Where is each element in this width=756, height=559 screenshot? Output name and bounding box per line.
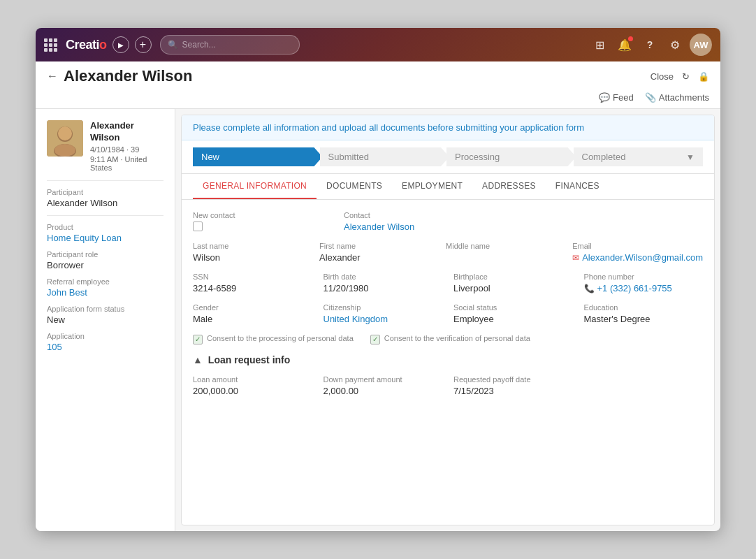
settings-icon[interactable]: ⚙ — [664, 34, 685, 55]
feed-button[interactable]: 💬 Feed — [599, 92, 634, 103]
svg-point-4 — [54, 144, 75, 157]
birthplace-label: Birthplace — [453, 273, 573, 281]
participant-label: Participant — [47, 188, 163, 196]
role-label: Participant role — [47, 250, 163, 259]
back-button[interactable]: ← — [47, 70, 58, 82]
alert-banner: Please complete all information and uplo… — [182, 115, 714, 140]
search-icon: 🔍 — [168, 40, 178, 50]
loan-section-title: Loan request info — [208, 354, 290, 365]
new-contact-label: New contact — [193, 211, 333, 219]
application-label: Application — [47, 332, 163, 340]
participant-value: Alexander Wilson — [47, 198, 163, 208]
contact-card: Alexander Wilson 4/10/1984 · 39 9:11 AM … — [47, 120, 163, 172]
contact-field-value[interactable]: Alexander Wilson — [344, 222, 703, 232]
first-name-value: Alexander — [319, 252, 435, 263]
add-button[interactable]: + — [135, 36, 152, 53]
application-link[interactable]: 105 — [47, 342, 163, 352]
middle-name-label: Middle name — [446, 242, 561, 250]
last-name-value: Wilson — [193, 252, 308, 263]
search-input[interactable] — [182, 40, 292, 50]
step-processing[interactable]: Processing — [446, 147, 576, 166]
top-navigation: Creatio ▶ + 🔍 ⊞ 🔔 ? ⚙ AW — [36, 28, 720, 61]
new-contact-checkbox[interactable] — [193, 222, 203, 231]
ssn-label: SSN — [193, 273, 312, 281]
loan-section-header[interactable]: ▲ Loan request info — [193, 354, 703, 365]
section-collapse-icon: ▲ — [193, 354, 203, 365]
avatar — [47, 120, 83, 157]
step-completed[interactable]: Completed ▼ — [574, 147, 704, 166]
feed-icon: 💬 — [599, 92, 610, 103]
ssn-value: 3214-6589 — [193, 283, 312, 293]
email-value[interactable]: ✉ Alexander.Wilson@gmail.com — [572, 252, 703, 263]
contact-field-label: Contact — [344, 211, 703, 219]
birth-date-label: Birth date — [324, 273, 443, 281]
role-value: Borrower — [47, 260, 163, 270]
email-icon: ✉ — [572, 253, 579, 263]
loan-amount-value: 200,000.00 — [193, 386, 312, 396]
product-link[interactable]: Home Equity Loan — [47, 233, 163, 243]
tab-bar: GENERAL INFORMATION DOCUMENTS EMPLOYMENT… — [182, 174, 714, 200]
search-box[interactable]: 🔍 — [160, 35, 300, 55]
gender-value: Male — [193, 314, 312, 324]
help-icon[interactable]: ? — [639, 34, 660, 55]
education-value: Master's Degree — [584, 314, 704, 324]
attachments-button[interactable]: 📎 Attachments — [645, 92, 709, 103]
notifications-icon[interactable]: 🔔 — [614, 34, 635, 55]
down-payment-value: 2,000.00 — [324, 386, 443, 396]
apps-grid-icon[interactable] — [44, 38, 57, 52]
phone-icon: 📞 — [584, 284, 595, 293]
left-panel: Alexander Wilson 4/10/1984 · 39 9:11 AM … — [36, 109, 175, 531]
education-label: Education — [584, 303, 704, 312]
down-payment-label: Down payment amount — [324, 375, 443, 384]
consent-verification-label: Consent to the verification of personal … — [384, 334, 530, 342]
consent-personal-checkbox[interactable]: ✓ — [193, 335, 203, 344]
completed-dropdown-icon: ▼ — [686, 152, 695, 162]
tab-employment[interactable]: EMPLOYMENT — [392, 174, 472, 199]
birth-date-value: 11/20/1980 — [324, 283, 443, 293]
consent-row: ✓ Consent to the processing of personal … — [193, 334, 703, 344]
close-button[interactable]: Close — [650, 71, 674, 82]
grid-view-icon[interactable]: ⊞ — [589, 34, 610, 55]
refresh-button[interactable]: ↻ — [682, 71, 690, 82]
loan-amount-label: Loan amount — [193, 375, 312, 384]
page-header: ← Alexander Wilson Close ↻ 🔒 💬 Feed 📎 At… — [36, 61, 720, 109]
contact-name: Alexander Wilson — [90, 120, 163, 144]
nav-icon-group: ⊞ 🔔 ? ⚙ AW — [589, 34, 712, 56]
contact-date: 4/10/1984 · 39 — [90, 145, 163, 154]
tab-general-information[interactable]: GENERAL INFORMATION — [193, 174, 317, 199]
main-content: Alexander Wilson 4/10/1984 · 39 9:11 AM … — [36, 109, 720, 531]
birthplace-value: Liverpool — [453, 283, 573, 293]
consent-verification-checkbox[interactable]: ✓ — [370, 335, 380, 344]
phone-value[interactable]: 📞 +1 (332) 661-9755 — [584, 283, 704, 293]
consent-personal-label: Consent to the processing of personal da… — [207, 334, 354, 342]
user-avatar[interactable]: AW — [690, 34, 712, 56]
social-status-value: Employee — [453, 314, 573, 324]
tab-finances[interactable]: FINANCES — [546, 174, 609, 199]
product-label: Product — [47, 223, 163, 231]
social-status-label: Social status — [453, 303, 573, 312]
payoff-date-label: Requested payoff date — [453, 375, 573, 384]
first-name-label: First name — [319, 242, 435, 250]
tab-documents[interactable]: DOCUMENTS — [317, 174, 392, 199]
phone-label: Phone number — [584, 273, 704, 281]
lock-button[interactable]: 🔒 — [698, 71, 709, 82]
citizenship-value[interactable]: United Kingdom — [324, 314, 443, 324]
gender-label: Gender — [193, 303, 312, 312]
step-submitted[interactable]: Submitted — [320, 147, 450, 166]
right-panel: Please complete all information and uplo… — [181, 115, 715, 525]
form-content: New contact Contact Alexander Wilson — [182, 200, 714, 525]
step-new[interactable]: New — [193, 147, 323, 166]
status-label: Application form status — [47, 305, 163, 313]
last-name-label: Last name — [193, 242, 308, 250]
payoff-date-value: 7/15/2023 — [453, 386, 573, 396]
play-button[interactable]: ▶ — [112, 36, 129, 53]
tab-addresses[interactable]: ADDRESSES — [472, 174, 546, 199]
attachments-icon: 📎 — [645, 92, 656, 103]
status-value: New — [47, 314, 163, 325]
contact-time: 9:11 AM · United States — [90, 155, 163, 172]
page-title: Alexander Wilson — [64, 67, 192, 85]
referral-label: Referral employee — [47, 277, 163, 286]
referral-link[interactable]: John Best — [47, 287, 163, 298]
citizenship-label: Citizenship — [324, 303, 443, 312]
app-logo: Creatio — [66, 38, 107, 52]
